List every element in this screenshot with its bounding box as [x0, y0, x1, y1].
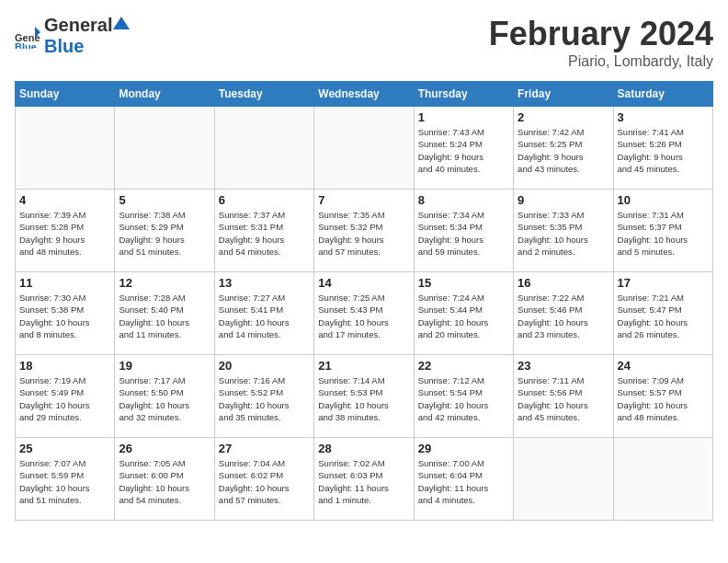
cell-date: 22: [418, 359, 509, 373]
calendar-cell: 9Sunrise: 7:33 AMSunset: 5:35 PMDaylight…: [514, 190, 613, 272]
cell-info: Sunrise: 7:19 AMSunset: 5:49 PMDaylight:…: [19, 374, 110, 423]
week-row-4: 25Sunrise: 7:07 AMSunset: 5:59 PMDayligh…: [16, 438, 713, 521]
cell-info: Sunrise: 7:04 AMSunset: 6:02 PMDaylight:…: [219, 457, 310, 506]
calendar-cell: 15Sunrise: 7:24 AMSunset: 5:44 PMDayligh…: [414, 272, 513, 355]
calendar-subtitle: Piario, Lombardy, Italy: [489, 53, 713, 70]
cell-date: 2: [518, 110, 609, 124]
calendar-cell: 28Sunrise: 7:02 AMSunset: 6:03 PMDayligh…: [314, 438, 414, 521]
calendar-cell: 20Sunrise: 7:16 AMSunset: 5:52 PMDayligh…: [214, 355, 313, 438]
day-header-row: SundayMondayTuesdayWednesdayThursdayFrid…: [16, 82, 713, 107]
cell-info: Sunrise: 7:39 AMSunset: 5:28 PMDaylight:…: [19, 209, 110, 258]
calendar-table: SundayMondayTuesdayWednesdayThursdayFrid…: [15, 81, 713, 521]
calendar-cell: 24Sunrise: 7:09 AMSunset: 5:57 PMDayligh…: [613, 355, 712, 438]
cell-date: 19: [119, 359, 210, 373]
page-header: General Blue General Blue February 2024 …: [15, 15, 713, 70]
cell-info: Sunrise: 7:42 AMSunset: 5:25 PMDaylight:…: [518, 126, 609, 175]
calendar-cell: 13Sunrise: 7:27 AMSunset: 5:41 PMDayligh…: [214, 272, 313, 355]
calendar-cell: 1Sunrise: 7:43 AMSunset: 5:24 PMDaylight…: [414, 107, 513, 190]
calendar-cell: [115, 107, 214, 190]
cell-info: Sunrise: 7:28 AMSunset: 5:40 PMDaylight:…: [119, 292, 210, 340]
calendar-cell: 21Sunrise: 7:14 AMSunset: 5:53 PMDayligh…: [314, 355, 414, 438]
calendar-cell: 10Sunrise: 7:31 AMSunset: 5:37 PMDayligh…: [613, 190, 712, 272]
cell-info: Sunrise: 7:31 AMSunset: 5:37 PMDaylight:…: [618, 209, 709, 258]
cell-info: Sunrise: 7:41 AMSunset: 5:26 PMDaylight:…: [618, 126, 709, 175]
calendar-cell: 17Sunrise: 7:21 AMSunset: 5:47 PMDayligh…: [613, 272, 712, 355]
calendar-cell: 12Sunrise: 7:28 AMSunset: 5:40 PMDayligh…: [115, 272, 214, 355]
cell-info: Sunrise: 7:14 AMSunset: 5:53 PMDaylight:…: [318, 374, 409, 423]
cell-info: Sunrise: 7:38 AMSunset: 5:29 PMDaylight:…: [119, 209, 210, 258]
cell-date: 5: [119, 193, 210, 207]
cell-date: 3: [618, 110, 709, 124]
cell-info: Sunrise: 7:07 AMSunset: 5:59 PMDaylight:…: [19, 457, 110, 506]
cell-date: 17: [618, 276, 709, 290]
cell-info: Sunrise: 7:09 AMSunset: 5:57 PMDaylight:…: [618, 374, 709, 423]
cell-date: 26: [119, 442, 210, 455]
title-section: February 2024 Piario, Lombardy, Italy: [489, 15, 713, 70]
cell-info: Sunrise: 7:22 AMSunset: 5:46 PMDaylight:…: [518, 292, 609, 340]
logo: General Blue General Blue: [15, 15, 131, 57]
cell-info: Sunrise: 7:16 AMSunset: 5:52 PMDaylight:…: [219, 374, 310, 423]
cell-info: Sunrise: 7:24 AMSunset: 5:44 PMDaylight:…: [418, 292, 509, 340]
calendar-cell: 23Sunrise: 7:11 AMSunset: 5:56 PMDayligh…: [514, 355, 613, 438]
cell-info: Sunrise: 7:25 AMSunset: 5:43 PMDaylight:…: [318, 292, 409, 340]
calendar-cell: 29Sunrise: 7:00 AMSunset: 6:04 PMDayligh…: [414, 438, 513, 521]
calendar-cell: [613, 438, 712, 521]
cell-date: 9: [518, 193, 609, 207]
svg-text:Blue: Blue: [15, 41, 37, 49]
cell-date: 14: [318, 276, 409, 290]
calendar-cell: 25Sunrise: 7:07 AMSunset: 5:59 PMDayligh…: [16, 438, 115, 521]
week-row-3: 18Sunrise: 7:19 AMSunset: 5:49 PMDayligh…: [16, 355, 713, 438]
cell-info: Sunrise: 7:17 AMSunset: 5:50 PMDaylight:…: [119, 374, 210, 423]
logo-general-text: General: [44, 15, 112, 36]
day-header-saturday: Saturday: [613, 82, 712, 107]
cell-date: 27: [219, 442, 310, 455]
calendar-title: February 2024: [489, 15, 713, 53]
cell-date: 1: [418, 110, 509, 124]
cell-info: Sunrise: 7:35 AMSunset: 5:32 PMDaylight:…: [318, 209, 409, 258]
calendar-cell: 19Sunrise: 7:17 AMSunset: 5:50 PMDayligh…: [115, 355, 214, 438]
calendar-cell: [214, 107, 313, 190]
cell-info: Sunrise: 7:21 AMSunset: 5:47 PMDaylight:…: [618, 292, 709, 340]
cell-date: 29: [418, 442, 509, 455]
cell-date: 12: [119, 276, 210, 290]
cell-date: 13: [219, 276, 310, 290]
cell-date: 6: [219, 193, 310, 207]
calendar-cell: 22Sunrise: 7:12 AMSunset: 5:54 PMDayligh…: [414, 355, 513, 438]
cell-info: Sunrise: 7:02 AMSunset: 6:03 PMDaylight:…: [318, 457, 409, 506]
cell-info: Sunrise: 7:30 AMSunset: 5:38 PMDaylight:…: [19, 292, 110, 340]
cell-info: Sunrise: 7:27 AMSunset: 5:41 PMDaylight:…: [219, 292, 310, 340]
cell-info: Sunrise: 7:43 AMSunset: 5:24 PMDaylight:…: [418, 126, 509, 175]
calendar-cell: 3Sunrise: 7:41 AMSunset: 5:26 PMDaylight…: [613, 107, 712, 190]
calendar-cell: 2Sunrise: 7:42 AMSunset: 5:25 PMDaylight…: [514, 107, 613, 190]
cell-date: 24: [618, 359, 709, 373]
cell-info: Sunrise: 7:05 AMSunset: 6:00 PMDaylight:…: [119, 457, 210, 506]
cell-info: Sunrise: 7:00 AMSunset: 6:04 PMDaylight:…: [418, 457, 509, 506]
cell-info: Sunrise: 7:34 AMSunset: 5:34 PMDaylight:…: [418, 209, 509, 258]
cell-date: 4: [19, 193, 110, 207]
day-header-sunday: Sunday: [16, 82, 115, 107]
week-row-2: 11Sunrise: 7:30 AMSunset: 5:38 PMDayligh…: [16, 272, 713, 355]
svg-marker-3: [113, 17, 130, 29]
day-header-friday: Friday: [514, 82, 613, 107]
cell-date: 10: [618, 193, 709, 207]
cell-date: 23: [518, 359, 609, 373]
cell-date: 16: [518, 276, 609, 290]
logo-triangle-icon: [113, 15, 130, 31]
cell-date: 21: [318, 359, 409, 373]
calendar-cell: 7Sunrise: 7:35 AMSunset: 5:32 PMDaylight…: [314, 190, 414, 272]
calendar-cell: 5Sunrise: 7:38 AMSunset: 5:29 PMDaylight…: [115, 190, 214, 272]
cell-date: 7: [318, 193, 409, 207]
cell-date: 28: [318, 442, 409, 455]
calendar-cell: 26Sunrise: 7:05 AMSunset: 6:00 PMDayligh…: [115, 438, 214, 521]
calendar-cell: 18Sunrise: 7:19 AMSunset: 5:49 PMDayligh…: [16, 355, 115, 438]
day-header-monday: Monday: [115, 82, 214, 107]
logo-icon: General Blue: [15, 23, 40, 49]
calendar-cell: 4Sunrise: 7:39 AMSunset: 5:28 PMDaylight…: [16, 190, 115, 272]
calendar-cell: 14Sunrise: 7:25 AMSunset: 5:43 PMDayligh…: [314, 272, 414, 355]
logo-blue-text: Blue: [44, 36, 84, 56]
cell-date: 11: [19, 276, 110, 290]
week-row-0: 1Sunrise: 7:43 AMSunset: 5:24 PMDaylight…: [16, 107, 713, 190]
cell-date: 20: [219, 359, 310, 373]
day-header-wednesday: Wednesday: [314, 82, 414, 107]
calendar-cell: 27Sunrise: 7:04 AMSunset: 6:02 PMDayligh…: [214, 438, 313, 521]
